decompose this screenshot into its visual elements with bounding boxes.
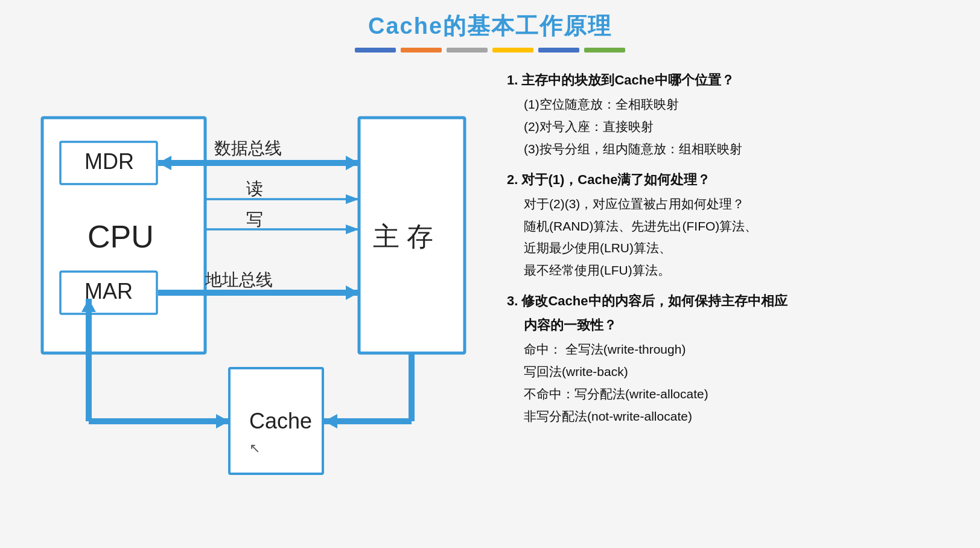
q1-number: 1. bbox=[507, 72, 518, 88]
q1-item-1: (1)空位随意放：全相联映射 bbox=[524, 94, 956, 116]
svg-text:Cache: Cache bbox=[249, 409, 312, 433]
q2-body: 随机(RAND)算法、先进先出(FIFO)算法、 近期最少使用(LRU)算法、 … bbox=[524, 215, 956, 282]
svg-text:读: 读 bbox=[246, 179, 263, 198]
content-area: CPU MDR MAR 主 存 数据总线 bbox=[24, 69, 956, 542]
svg-text:地址总线: 地址总线 bbox=[205, 270, 273, 289]
q1-body: (1)空位随意放：全相联映射 (2)对号入座：直接映射 (3)按号分组，组内随意… bbox=[524, 94, 956, 160]
question-2: 2. 对于(1)，Cache满了如何处理？ 对于(2)(3)，对应位置被占用如何… bbox=[507, 169, 956, 282]
q1-title: 1. 主存中的块放到Cache中哪个位置？ bbox=[507, 69, 956, 91]
q1-item-3: (3)按号分组，组内随意放：组相联映射 bbox=[524, 138, 956, 161]
color-seg-1 bbox=[355, 48, 396, 53]
question-3: 3. 修改Cache中的内容后，如何保持主存中相应 内容的一致性？ 命中： 全写… bbox=[507, 290, 956, 428]
color-seg-3 bbox=[447, 48, 488, 53]
q3-item-3: 不命中：写分配法(write-allocate) bbox=[524, 383, 956, 406]
color-seg-6 bbox=[584, 48, 625, 53]
q1-item-2: (2)对号入座：直接映射 bbox=[524, 116, 956, 138]
q1-text: 主存中的块放到Cache中哪个位置？ bbox=[521, 72, 734, 88]
q2-subtitle: 对于(2)(3)，对应位置被占用如何处理？ bbox=[524, 193, 956, 215]
page-title: Cache的基本工作原理 bbox=[368, 11, 612, 42]
q3-title: 3. 修改Cache中的内容后，如何保持主存中相应 bbox=[507, 290, 956, 312]
q3-body: 命中： 全写法(write-through) 写回法(write-back) 不… bbox=[524, 339, 956, 427]
q3-item-2: 写回法(write-back) bbox=[524, 361, 956, 383]
q2-item-2: 近期最少使用(LRU)算法、 bbox=[524, 237, 956, 260]
svg-text:↖: ↖ bbox=[249, 441, 260, 456]
svg-text:主 存: 主 存 bbox=[373, 221, 433, 251]
color-seg-2 bbox=[401, 48, 442, 53]
q2-title: 2. 对于(1)，Cache满了如何处理？ bbox=[507, 169, 956, 191]
q3-text: 修改Cache中的内容后，如何保持主存中相应 bbox=[521, 293, 787, 308]
q3-item-1: 命中： 全写法(write-through) bbox=[524, 339, 956, 361]
question-1: 1. 主存中的块放到Cache中哪个位置？ (1)空位随意放：全相联映射 (2)… bbox=[507, 69, 956, 161]
diagram-area: CPU MDR MAR 主 存 数据总线 bbox=[24, 69, 483, 542]
svg-marker-16 bbox=[346, 225, 359, 234]
color-seg-5 bbox=[538, 48, 579, 53]
q2-number: 2. bbox=[507, 172, 518, 187]
q2-text: 对于(1)，Cache满了如何处理？ bbox=[521, 172, 710, 187]
color-seg-4 bbox=[492, 48, 533, 53]
q2-item-1: 随机(RAND)算法、先进先出(FIFO)算法、 bbox=[524, 215, 956, 238]
text-area: 1. 主存中的块放到Cache中哪个位置？ (1)空位随意放：全相联映射 (2)… bbox=[495, 69, 956, 542]
svg-text:数据总线: 数据总线 bbox=[214, 139, 282, 158]
svg-marker-32 bbox=[324, 414, 337, 429]
svg-text:CPU: CPU bbox=[88, 219, 154, 254]
q2-item-3: 最不经常使用(LFU)算法。 bbox=[524, 260, 956, 282]
svg-marker-13 bbox=[346, 194, 359, 204]
q3-item-4: 非写分配法(not-write-allocate) bbox=[524, 406, 956, 428]
page-wrapper: Cache的基本工作原理 CPU MDR MAR bbox=[0, 0, 980, 548]
q3-number: 3. bbox=[507, 293, 518, 308]
svg-marker-10 bbox=[346, 156, 359, 170]
architecture-diagram: CPU MDR MAR 主 存 数据总线 bbox=[24, 69, 483, 492]
svg-text:MDR: MDR bbox=[84, 149, 134, 174]
color-bar bbox=[352, 48, 628, 53]
q3-title2: 内容的一致性？ bbox=[524, 314, 956, 336]
svg-marker-19 bbox=[346, 285, 359, 300]
svg-text:写: 写 bbox=[246, 210, 263, 229]
svg-marker-26 bbox=[216, 414, 229, 429]
